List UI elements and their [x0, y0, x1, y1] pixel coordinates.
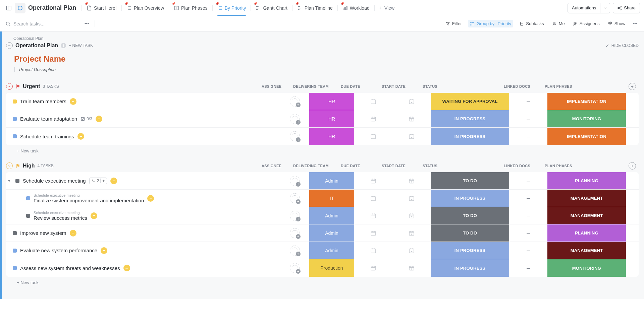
task-status-square[interactable] [13, 117, 17, 121]
task-row[interactable]: Schedule executive meetingFinalize syste… [6, 190, 639, 207]
add-assignee-icon[interactable] [290, 246, 300, 256]
search-more-button[interactable]: ••• [83, 20, 91, 27]
task-row[interactable]: Assess new system threats and weaknesses… [6, 259, 639, 277]
plan-phase-cell[interactable]: MANAGEMENT [547, 207, 626, 224]
project-name[interactable]: Project Name [14, 54, 639, 64]
tab-gantt-chart[interactable]: 📌Gantt Chart [252, 0, 291, 16]
column-header-linked-docs[interactable]: LINKED DOCS [504, 164, 542, 168]
column-header-assignee[interactable]: ASSIGNEE [262, 84, 290, 88]
status-cell[interactable]: IN PROGRESS [431, 190, 509, 207]
column-header-due-date[interactable]: DUE DATE [341, 164, 379, 168]
priority-badge[interactable]: − [96, 116, 102, 122]
list-title[interactable]: Operational Plan [28, 4, 76, 11]
delivering-team-cell[interactable]: HR [309, 110, 354, 127]
start-date-cell[interactable] [392, 190, 431, 207]
column-header-plan-phases[interactable]: PLAN PHASES [545, 84, 623, 88]
column-header-start-date[interactable]: START DATE [382, 84, 420, 88]
add-subtask-button[interactable]: + [100, 179, 105, 183]
priority-badge[interactable]: − [101, 247, 107, 254]
add-view-button[interactable]: +View [375, 0, 398, 16]
plan-phase-cell[interactable]: MANAGEMENT [547, 242, 626, 259]
filter-button[interactable]: Filter [443, 20, 464, 27]
plan-phase-cell[interactable]: MONITORING [547, 110, 626, 127]
column-header-linked-docs[interactable]: LINKED DOCS [504, 84, 542, 88]
linked-docs-cell[interactable]: – [509, 93, 547, 110]
due-date-cell[interactable] [354, 190, 392, 207]
due-date-cell[interactable] [354, 172, 392, 189]
add-assignee-icon[interactable] [290, 176, 300, 186]
collapse-list-button[interactable] [6, 42, 13, 49]
delivering-team-cell[interactable]: Admin [309, 242, 354, 259]
assignee-cell[interactable] [280, 242, 309, 259]
new-task-row[interactable]: + New task [6, 145, 639, 155]
expand-subtasks-button[interactable]: ▾ [8, 178, 12, 183]
collapse-group-button[interactable] [6, 83, 13, 90]
add-assignee-icon[interactable] [290, 114, 300, 124]
task-status-square[interactable] [13, 266, 17, 270]
plan-phase-cell[interactable]: PLANNING [547, 172, 626, 189]
priority-badge[interactable]: − [110, 178, 117, 184]
due-date-cell[interactable] [354, 207, 392, 224]
parent-task-crumb[interactable]: Schedule executive meeting [34, 193, 144, 197]
start-date-cell[interactable] [392, 242, 431, 259]
start-date-cell[interactable] [392, 172, 431, 189]
subtasks-button[interactable]: Subtasks [517, 20, 546, 27]
assignee-cell[interactable] [280, 190, 309, 207]
tab-plan-phases[interactable]: 📌Plan Phases [170, 0, 212, 16]
assignee-cell[interactable] [280, 93, 309, 110]
assignee-cell[interactable] [280, 110, 309, 127]
add-assignee-icon[interactable] [290, 211, 300, 221]
plan-phase-cell[interactable]: MONITORING [547, 259, 626, 277]
linked-docs-cell[interactable]: – [509, 128, 547, 145]
column-header-start-date[interactable]: START DATE [382, 164, 420, 168]
status-cell[interactable]: IN PROGRESS [431, 259, 509, 277]
priority-badge[interactable]: − [70, 98, 76, 105]
add-assignee-icon[interactable] [290, 228, 300, 238]
task-row[interactable]: ▾Schedule executive meeting2+− Admin TO … [6, 172, 639, 190]
share-button[interactable]: Share [613, 3, 640, 13]
assignee-cell[interactable] [280, 128, 309, 145]
show-button[interactable]: Show [606, 20, 628, 27]
task-status-square[interactable] [13, 231, 17, 235]
task-row[interactable]: Schedule executive meetingReview success… [6, 207, 639, 224]
automations-button[interactable]: Automations [568, 3, 600, 13]
add-assignee-icon[interactable] [290, 96, 300, 107]
assignee-cell[interactable] [280, 172, 309, 189]
add-assignee-icon[interactable] [290, 131, 300, 141]
linked-docs-cell[interactable]: – [509, 259, 547, 277]
column-header-plan-phases[interactable]: PLAN PHASES [545, 164, 623, 168]
linked-docs-cell[interactable]: – [509, 110, 547, 127]
linked-docs-cell[interactable]: – [509, 207, 547, 224]
status-cell[interactable]: IN PROGRESS [431, 242, 509, 259]
due-date-cell[interactable] [354, 224, 392, 242]
priority-badge[interactable]: − [147, 195, 154, 202]
assignee-cell[interactable] [280, 259, 309, 277]
delivering-team-cell[interactable]: Admin [309, 207, 354, 224]
task-row[interactable]: Improve new system− Admin TO DO – PLANNI… [6, 224, 639, 242]
toolbar-more-button[interactable]: ••• [631, 20, 639, 27]
add-assignee-icon[interactable] [290, 263, 300, 273]
automations-dropdown-button[interactable] [600, 3, 610, 13]
column-header-status[interactable]: STATUS [423, 84, 501, 88]
status-cell[interactable]: TO DO [431, 224, 509, 242]
due-date-cell[interactable] [354, 242, 392, 259]
status-cell[interactable]: WAITING FOR APPROVAL [431, 93, 509, 110]
task-row[interactable]: Evaluate team adaptation0/3− HR IN PROGR… [6, 110, 639, 128]
priority-badge[interactable]: − [70, 230, 76, 237]
tab-by-priority[interactable]: 📌By Priority [213, 0, 250, 16]
add-assignee-icon[interactable] [290, 193, 300, 203]
due-date-cell[interactable] [354, 93, 392, 110]
project-description[interactable]: Project Description [14, 67, 639, 72]
linked-docs-cell[interactable]: – [509, 224, 547, 242]
task-row[interactable]: Schedule team trainings− HR IN PROGRESS … [6, 128, 639, 145]
priority-badge[interactable]: − [123, 265, 130, 271]
status-cell[interactable]: IN PROGRESS [431, 110, 509, 127]
task-status-square[interactable] [13, 99, 17, 104]
column-header-delivering-team[interactable]: DELIVERING TEAM [293, 84, 338, 88]
linked-docs-cell[interactable]: – [509, 172, 547, 189]
tab-workload[interactable]: 📌Workload [338, 0, 374, 16]
due-date-cell[interactable] [354, 110, 392, 127]
delivering-team-cell[interactable]: IT [309, 190, 354, 207]
delivering-team-cell[interactable]: HR [309, 93, 354, 110]
column-header-delivering-team[interactable]: DELIVERING TEAM [293, 164, 338, 168]
